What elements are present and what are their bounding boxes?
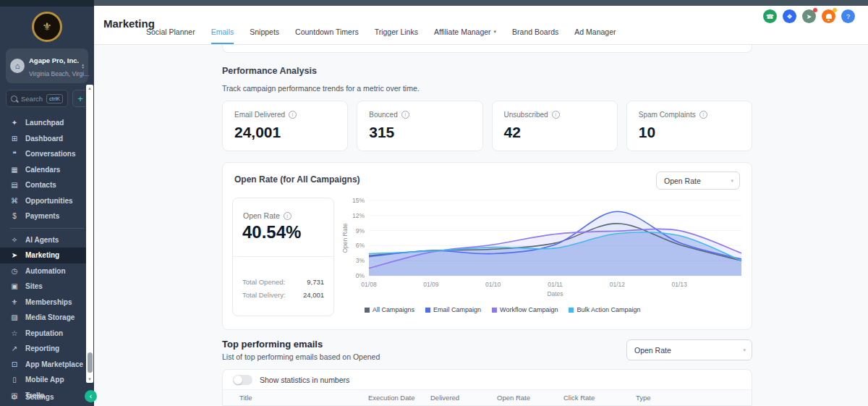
svg-text:01/12: 01/12: [610, 281, 626, 288]
sidebar-item[interactable]: ▤ Contacts: [0, 177, 86, 193]
topbar-actions: ☎❖➤?: [763, 9, 855, 23]
scroll-up-icon[interactable]: ▲: [86, 86, 93, 90]
help-icon[interactable]: ?: [841, 9, 855, 23]
sidebar-item[interactable]: ↗ Reporting: [0, 341, 86, 357]
open-rate-chart: 0%3%6%9%12%15%01/0801/0901/1001/1101/120…: [340, 195, 745, 303]
performance-stats-row: Email Delivered i 24,001 Bounced i 315 U…: [222, 101, 752, 151]
sidebar-item[interactable]: ⊞ Dashboard: [0, 131, 86, 147]
sidebar-item[interactable]: ☆ Reputation: [0, 326, 86, 342]
svg-text:15%: 15%: [352, 197, 365, 204]
tab[interactable]: Social Planner: [146, 28, 195, 44]
info-icon[interactable]: i: [284, 212, 292, 220]
performance-section-subtitle: Track campaign performance trends for a …: [222, 84, 420, 93]
ai-agents-icon: ✧: [10, 236, 19, 244]
sidebar-top-strip: [0, 0, 94, 7]
sidebar-item[interactable]: ▨ Media Storage: [0, 310, 86, 326]
scroll-down-icon[interactable]: ▼: [86, 377, 93, 381]
table-column-header: Type: [636, 394, 651, 402]
sidebar-scrollbar[interactable]: ▲ ▼: [86, 85, 93, 383]
stat-value: 10: [639, 124, 740, 141]
metric-dropdown[interactable]: Open Rate ▾: [656, 172, 740, 190]
svg-text:01/09: 01/09: [423, 281, 439, 288]
reporting-icon: ↗: [10, 344, 19, 352]
show-statistics-toggle[interactable]: [233, 375, 252, 385]
sidebar-item-label: Memberships: [25, 298, 72, 306]
opportunities-icon: ⌘: [10, 197, 19, 205]
stat-value: 24,001: [234, 124, 336, 141]
stat-card: Email Delivered i 24,001: [222, 101, 348, 151]
stat-card: Spam Complaints i 10: [626, 101, 752, 151]
tab[interactable]: Affiliate Manager ▾: [434, 28, 496, 44]
account-switcher[interactable]: ⌂ Agape Pro, Inc. Virginia Beach, Virgi.…: [6, 48, 88, 83]
sidebar-item[interactable]: ▦ Calendars: [0, 162, 86, 178]
info-icon[interactable]: i: [699, 111, 707, 119]
sidebar-item[interactable]: ➤ Marketing: [0, 248, 86, 263]
legend-swatch: [425, 308, 430, 313]
tab-label: Ad Manager: [574, 28, 616, 36]
table-column-header: Title: [239, 394, 368, 402]
legend-label: Email Campaign: [433, 306, 481, 313]
svg-text:01/13: 01/13: [672, 281, 688, 288]
conversations-icon: ❝: [10, 150, 19, 158]
scrollbar-thumb[interactable]: [88, 352, 93, 373]
info-icon[interactable]: i: [552, 111, 560, 119]
legend-label: All Campaigns: [373, 306, 414, 313]
sidebar-collapse-button[interactable]: ‹: [85, 390, 97, 402]
sidebar-item[interactable]: ▯ Mobile App: [0, 372, 86, 388]
megaphone-icon[interactable]: ➤: [802, 9, 816, 23]
sites-icon: ▣: [10, 282, 19, 290]
sidebar-item[interactable]: ⚜ Memberships: [0, 295, 86, 310]
top-window-strip: [0, 0, 868, 6]
sidebar-item-label: Sites: [25, 282, 43, 290]
chevron-down-icon: ▾: [743, 347, 746, 353]
sidebar-item[interactable]: ⌘ Opportunities: [0, 193, 86, 209]
sidebar-item[interactable]: ⊡ App Marketplace: [0, 357, 86, 373]
info-icon[interactable]: i: [401, 111, 409, 119]
stat-card: Unsubscribed i 42: [492, 101, 618, 151]
svg-text:9%: 9%: [356, 227, 365, 234]
legend-item[interactable]: Workflow Campaign: [492, 306, 558, 313]
tab[interactable]: Snippets: [250, 28, 279, 44]
account-name: Agape Pro, Inc.: [29, 56, 79, 64]
stat-value: 315: [369, 124, 470, 141]
tab[interactable]: Emails: [211, 28, 234, 44]
sidebar-item[interactable]: ◷ Automation: [0, 263, 86, 279]
sidebar-item-label: AI Agents: [25, 236, 59, 244]
phone-icon[interactable]: ☎: [763, 9, 777, 23]
svg-text:0%: 0%: [356, 272, 365, 279]
sidebar-item[interactable]: ▣ Sites: [0, 279, 86, 295]
mobile-app-icon: ▯: [10, 376, 19, 384]
legend-item[interactable]: Email Campaign: [425, 306, 481, 313]
sidebar-item[interactable]: $ Payments: [0, 208, 86, 224]
sidebar-item-label: App Marketplace: [25, 360, 83, 368]
search-input[interactable]: Search ctrlK: [6, 90, 68, 107]
svg-text:12%: 12%: [352, 212, 365, 219]
sidebar-item[interactable]: ❝ Conversations: [0, 146, 86, 162]
tab[interactable]: Trigger Links: [375, 28, 418, 44]
tab[interactable]: Brand Boards: [512, 28, 558, 44]
legend-item[interactable]: Bulk Action Campaign: [569, 306, 640, 313]
table-column-header: Open Rate: [497, 394, 563, 402]
tab[interactable]: Countdown Timers: [295, 28, 359, 44]
sidebar-item-label: Contacts: [25, 181, 56, 189]
automation-icon: ◷: [10, 267, 19, 275]
info-icon[interactable]: i: [289, 111, 297, 119]
legend-item[interactable]: All Campaigns: [365, 306, 414, 313]
memberships-icon: ⚜: [10, 298, 19, 306]
sidebar-item[interactable]: ✦ Launchpad: [0, 115, 86, 131]
table-header-row: TitleExecution DateDeliveredOpen RateCli…: [223, 389, 752, 405]
marketing-icon: ➤: [10, 251, 19, 259]
media-storage-icon: ▨: [10, 313, 19, 321]
svg-text:Open Rate: Open Rate: [341, 223, 349, 253]
rocket-icon[interactable]: ❖: [783, 9, 796, 23]
sidebar-item-label: Automation: [25, 267, 66, 275]
sidebar-item-settings[interactable]: ⚙ Settings: [0, 389, 86, 405]
top-emails-title: Top performing emails: [222, 339, 323, 350]
top-emails-metric-dropdown[interactable]: Open Rate ▾: [626, 339, 752, 360]
legend-swatch: [492, 308, 497, 313]
sidebar-item[interactable]: ✧ AI Agents: [0, 232, 86, 248]
bell-icon[interactable]: [822, 9, 835, 23]
sidebar-item-label: Marketing: [25, 251, 59, 259]
tab[interactable]: Ad Manager: [574, 28, 616, 44]
open-rate-card-title: Open Rate (for All Campaigns): [234, 174, 360, 185]
